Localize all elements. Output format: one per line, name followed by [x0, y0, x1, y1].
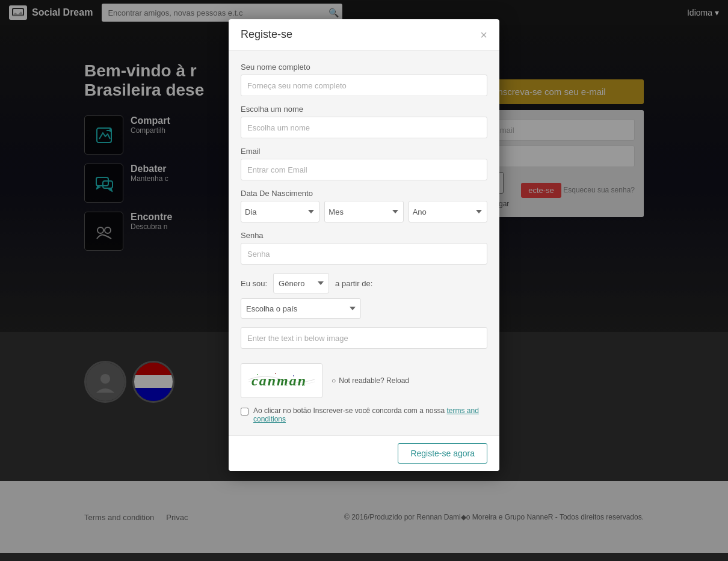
modal-title: Registe-se — [241, 28, 292, 41]
captcha-input-group — [241, 327, 487, 355]
svg-point-14 — [302, 385, 303, 386]
dob-month-select[interactable]: Mes JaneiroFevereiroMarçoAbril MaioJunho… — [324, 201, 403, 222]
username-group: Escolha um nome — [241, 105, 487, 138]
captcha-image: canman — [241, 363, 322, 398]
gender-country-group: Eu sou: Gênero Masculino Feminino Outro … — [241, 273, 487, 319]
terms-row: Ao clicar no botão Inscrever-se você con… — [241, 406, 487, 423]
country-select[interactable]: Escolha o país Brasil Portugal Angola Mo… — [241, 298, 361, 319]
captcha-row: canman ○ Not readable? Reload — [241, 363, 487, 398]
captcha-reload: ○ Not readable? Reload — [332, 376, 409, 385]
full-name-input[interactable] — [241, 75, 487, 96]
username-input[interactable] — [241, 117, 487, 138]
password-group: Senha — [241, 231, 487, 265]
svg-point-12 — [275, 373, 276, 374]
password-label: Senha — [241, 231, 487, 240]
dob-label: Data De Nascimento — [241, 189, 487, 198]
dob-year-select[interactable]: Ano 2005200019951990 1985198019751970 — [409, 201, 487, 222]
modal-body: Seu nome completo Escolha um nome Email … — [229, 51, 499, 435]
gender-label: Eu sou: — [241, 279, 267, 288]
captcha-input[interactable] — [241, 327, 487, 349]
register-submit-button[interactable]: Registe-se agora — [398, 443, 487, 464]
email-input[interactable] — [241, 159, 487, 180]
password-input[interactable] — [241, 243, 487, 265]
from-label: a partir de: — [335, 279, 372, 288]
email-label: Email — [241, 147, 487, 156]
modal-header: Registe-se × — [229, 19, 499, 51]
captcha-radio-icon[interactable]: ○ — [332, 376, 336, 385]
username-label: Escolha um nome — [241, 105, 487, 114]
terms-checkbox[interactable] — [241, 408, 248, 415]
modal-close-button[interactable]: × — [480, 29, 487, 41]
dob-group: Data De Nascimento Dia 12345 1015202531 … — [241, 189, 487, 222]
full-name-group: Seu nome completo — [241, 63, 487, 96]
svg-point-11 — [257, 374, 258, 375]
register-modal: Registe-se × Seu nome completo Escolha u… — [229, 19, 499, 471]
svg-text:canman: canman — [251, 373, 307, 388]
email-group: Email — [241, 147, 487, 180]
gender-row: Eu sou: Gênero Masculino Feminino Outro … — [241, 273, 487, 293]
svg-point-13 — [293, 375, 294, 376]
captcha-reload-label[interactable]: Not readable? Reload — [339, 376, 409, 385]
dob-day-select[interactable]: Dia 12345 1015202531 — [241, 201, 319, 222]
full-name-label: Seu nome completo — [241, 63, 487, 72]
terms-text: Ao clicar no botão Inscrever-se você con… — [253, 406, 487, 423]
dob-row: Dia 12345 1015202531 Mes JaneiroFevereir… — [241, 201, 487, 222]
gender-select[interactable]: Gênero Masculino Feminino Outro — [273, 273, 329, 293]
modal-footer: Registe-se agora — [229, 435, 499, 471]
